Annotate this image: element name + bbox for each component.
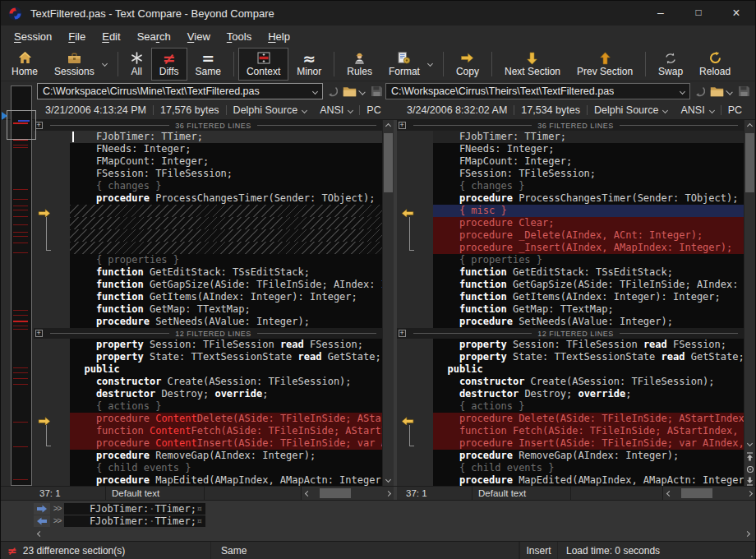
- code-line[interactable]: constructor Create(ASession: TFileSessio…: [397, 376, 744, 388]
- left-line-endings[interactable]: PC: [360, 104, 387, 116]
- rules-button[interactable]: Rules: [339, 48, 380, 81]
- code-line[interactable]: procedure ProcessChangesTimer(Sender: TO…: [397, 192, 744, 205]
- code-line[interactable]: [34, 242, 382, 254]
- code-line[interactable]: FSession: TFileSession;: [34, 168, 382, 180]
- scroll-down-icon[interactable]: [383, 473, 394, 486]
- code-line[interactable]: FNeeds: Integer;: [34, 143, 382, 155]
- code-line[interactable]: procedure ContentDelete(ASide: TFileInSi…: [34, 413, 382, 425]
- center-current-diff-icon[interactable]: [744, 463, 756, 476]
- detail-row[interactable]: >> FJobTimer:·TTimer;¤: [34, 502, 754, 515]
- scroll-left-icon[interactable]: [302, 492, 313, 496]
- code-line[interactable]: procedure ProcessChangesTimer(Sender: TO…: [34, 192, 382, 205]
- filtered-lines-bar[interactable]: +12 FILTERED LINES: [34, 328, 382, 339]
- left-encoding-dropdown[interactable]: ANSI: [313, 104, 359, 116]
- menu-item-search[interactable]: Search: [129, 28, 179, 45]
- code-line[interactable]: { properties }: [397, 254, 744, 266]
- code-line[interactable]: procedure Insert(ASide: TFileInSide; var…: [397, 437, 744, 450]
- scroll-down-icon[interactable]: [744, 437, 756, 450]
- code-line[interactable]: procedure RemoveGap(AIndex: Integer);: [34, 450, 382, 462]
- sessions-button[interactable]: Sessions: [46, 48, 113, 81]
- code-line[interactable]: function GetItems(AIndex: Integer): Inte…: [397, 291, 744, 303]
- left-format-dropdown[interactable]: Delphi Source: [227, 104, 314, 116]
- right-scrollbar-thumb[interactable]: [745, 133, 754, 192]
- right-encoding-dropdown[interactable]: ANSI: [674, 104, 720, 116]
- left-path-combobox[interactable]: C:\Workspace\Cirrus\Mine\Text\TextFilter…: [37, 83, 323, 99]
- code-line[interactable]: function GetMap: TTextMap;: [34, 303, 382, 316]
- code-line[interactable]: function ContentFetch(ASide: TFileInSide…: [34, 425, 382, 437]
- right-format-dropdown[interactable]: Delphi Source: [588, 104, 675, 116]
- code-line[interactable]: function GetGapSize(ASide: TFileInSide; …: [34, 279, 382, 291]
- sync-arrow-icon[interactable]: [323, 86, 340, 97]
- code-line[interactable]: function GetGapSize(ASide: TFileInSide; …: [397, 279, 744, 291]
- code-line[interactable]: FJobTimer: TTimer;: [397, 131, 744, 143]
- prev-section-button[interactable]: Prev Section: [569, 48, 641, 81]
- code-line[interactable]: [34, 217, 382, 229]
- code-line[interactable]: function GetEditStack: TSsEditStack;: [397, 266, 744, 279]
- code-line[interactable]: { actions }: [397, 400, 744, 413]
- code-line[interactable]: [34, 205, 382, 217]
- code-line[interactable]: destructor Destroy; override;: [397, 388, 744, 400]
- left-syntax-scheme[interactable]: Default text: [106, 487, 205, 500]
- maximize-button[interactable]: □: [680, 1, 717, 25]
- menu-item-edit[interactable]: Edit: [94, 28, 128, 45]
- right-path-combobox[interactable]: C:\Workspace\Cirrus\Theirs\Text\TextFilt…: [385, 83, 690, 99]
- chevron-down-icon[interactable]: [680, 88, 685, 94]
- code-line[interactable]: property State: TTextSessionState read G…: [397, 351, 744, 363]
- code-line[interactable]: procedure Delete(ASide: TFileInSide; ASt…: [397, 413, 744, 425]
- menu-item-view[interactable]: View: [179, 28, 219, 45]
- code-line[interactable]: { child events }: [397, 462, 744, 474]
- expand-icon[interactable]: +: [399, 330, 406, 337]
- diffs-button[interactable]: ≠Diffs: [151, 48, 187, 81]
- right-horizontal-scrollbar[interactable]: [662, 487, 755, 500]
- code-line[interactable]: { actions }: [34, 400, 382, 413]
- save-left-icon[interactable]: [368, 85, 385, 97]
- code-line[interactable]: FNeeds: Integer;: [397, 143, 744, 155]
- code-line[interactable]: { changes }: [34, 180, 382, 192]
- minimap-viewport[interactable]: [7, 110, 36, 140]
- minimize-button[interactable]: –: [642, 1, 680, 25]
- code-line[interactable]: procedure ContentInsert(ASide: TFileInSi…: [34, 437, 382, 450]
- scroll-up-icon[interactable]: [744, 120, 756, 132]
- context-button[interactable]: Context: [238, 48, 288, 81]
- sync-arrow-icon[interactable]: [690, 86, 708, 97]
- blue-arrow-right-icon[interactable]: [34, 503, 50, 515]
- menu-item-tools[interactable]: Tools: [219, 28, 260, 45]
- filtered-lines-bar[interactable]: +36 FILTERED LINES: [34, 120, 382, 131]
- all-button[interactable]: All: [122, 48, 151, 81]
- code-line[interactable]: [34, 229, 382, 242]
- code-line[interactable]: function GetEditStack: TSsEditStack;: [34, 266, 382, 279]
- code-line[interactable]: FSession: TFileSession;: [397, 168, 744, 180]
- code-line[interactable]: function GetItems(AIndex: Integer): Inte…: [34, 291, 382, 303]
- next-diff-icon[interactable]: [744, 476, 756, 486]
- code-line[interactable]: public: [397, 363, 744, 376]
- menu-item-file[interactable]: File: [60, 28, 94, 45]
- right-line-endings[interactable]: PC: [721, 104, 749, 116]
- blue-arrow-left-icon[interactable]: [34, 515, 50, 527]
- code-line[interactable]: { changes }: [397, 180, 744, 192]
- next-section-button[interactable]: Next Section: [496, 48, 569, 81]
- scroll-right-icon[interactable]: [382, 492, 394, 496]
- left-horizontal-scrollbar[interactable]: [301, 487, 394, 500]
- chevron-down-icon[interactable]: [312, 88, 318, 94]
- reload-button[interactable]: Reload: [691, 48, 739, 81]
- close-button[interactable]: ×: [717, 1, 755, 25]
- prev-diff-icon[interactable]: [744, 450, 756, 463]
- menu-item-session[interactable]: Session: [6, 28, 60, 45]
- code-line[interactable]: { properties }: [34, 254, 382, 266]
- diff-minimap[interactable]: [1, 82, 39, 487]
- code-line[interactable]: FJobTimer: TTimer;: [34, 131, 382, 143]
- code-line[interactable]: procedure SetNeeds(AValue: Integer);: [397, 316, 744, 328]
- detail-row[interactable]: >> FJobTimer:·TTimer;¤: [34, 515, 754, 527]
- scroll-left-icon[interactable]: [34, 532, 45, 536]
- right-vertical-scrollbar[interactable]: [744, 120, 755, 486]
- filtered-lines-bar[interactable]: +12 FILTERED LINES: [397, 328, 744, 339]
- browse-folder-icon[interactable]: [340, 86, 359, 97]
- detail-horizontal-scrollbar[interactable]: [34, 529, 753, 539]
- scroll-left-icon[interactable]: [663, 492, 675, 496]
- swap-button[interactable]: Swap: [650, 48, 691, 81]
- code-line[interactable]: function Fetch(ASide: TFileInSide; AStar…: [397, 425, 744, 437]
- code-line[interactable]: destructor Destroy; override;: [34, 388, 382, 400]
- right-syntax-scheme[interactable]: Default text: [472, 487, 571, 500]
- left-editor-pane[interactable]: +36 FILTERED LINES FJobTimer: TTimer; FN…: [34, 120, 394, 486]
- code-line[interactable]: { child events }: [34, 462, 382, 474]
